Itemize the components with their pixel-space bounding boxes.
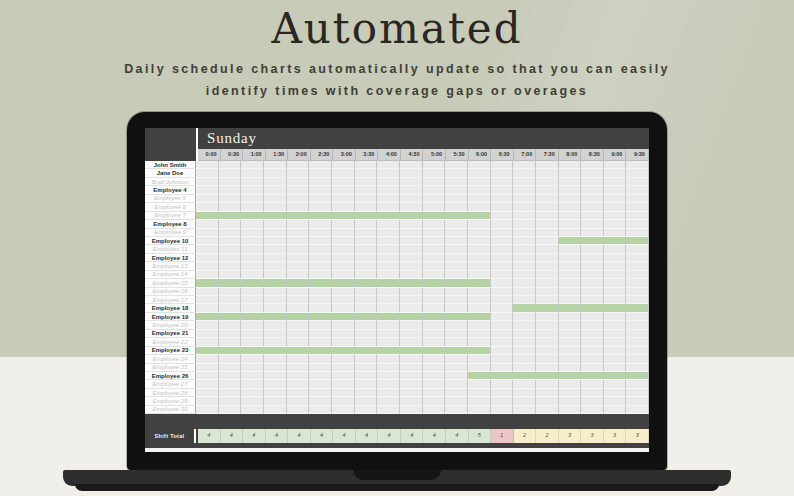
shift-total-cell[interactable]: 4 xyxy=(423,429,446,443)
grid-cell[interactable] xyxy=(332,203,355,211)
grid-cell[interactable] xyxy=(264,304,287,312)
shift-bar-cell[interactable] xyxy=(309,347,332,355)
grid-cell[interactable] xyxy=(445,288,468,296)
shift-bar-cell[interactable] xyxy=(355,347,378,355)
shift-bar-cell[interactable] xyxy=(196,313,219,321)
grid-cell[interactable] xyxy=(287,178,310,186)
grid-cell[interactable] xyxy=(287,262,310,270)
grid-cell[interactable] xyxy=(581,296,604,304)
employee-name-cell[interactable]: Employee 5 xyxy=(145,195,196,203)
shift-bar-cell[interactable] xyxy=(264,313,287,321)
grid-cell[interactable] xyxy=(241,338,264,346)
grid-cell[interactable] xyxy=(355,161,378,169)
grid-cell[interactable] xyxy=(219,161,242,169)
grid-cell[interactable] xyxy=(377,338,400,346)
grid-cell[interactable] xyxy=(355,330,378,338)
grid-cell[interactable] xyxy=(400,220,423,228)
grid-cell[interactable] xyxy=(604,161,627,169)
grid-cell[interactable] xyxy=(581,203,604,211)
shift-bar-cell[interactable] xyxy=(355,313,378,321)
time-slot-label[interactable]: 7:30 xyxy=(536,149,559,160)
shift-bar-cell[interactable] xyxy=(445,313,468,321)
employee-name-cell[interactable]: Employee 12 xyxy=(145,254,196,262)
grid-cell[interactable] xyxy=(604,364,627,372)
grid-cell[interactable] xyxy=(536,195,559,203)
grid-cell[interactable] xyxy=(445,304,468,312)
grid-cell[interactable] xyxy=(196,220,219,228)
grid-cell[interactable] xyxy=(332,338,355,346)
grid-cell[interactable] xyxy=(423,288,446,296)
shift-bar-cell[interactable] xyxy=(219,347,242,355)
time-slot-label[interactable]: 8:30 xyxy=(581,149,604,160)
grid-cell[interactable] xyxy=(423,296,446,304)
grid-cell[interactable] xyxy=(287,321,310,329)
grid-cell[interactable] xyxy=(626,406,649,414)
grid-cell[interactable] xyxy=(536,203,559,211)
grid-cell[interactable] xyxy=(287,296,310,304)
grid-cell[interactable] xyxy=(491,397,514,405)
grid-cell[interactable] xyxy=(196,237,219,245)
shift-bar-cell[interactable] xyxy=(423,279,446,287)
grid-cell[interactable] xyxy=(559,212,582,220)
employee-name-cell[interactable]: Employee 25 xyxy=(145,364,196,372)
grid-cell[interactable] xyxy=(559,262,582,270)
grid-cell[interactable] xyxy=(400,271,423,279)
grid-cell[interactable] xyxy=(626,271,649,279)
grid-cell[interactable] xyxy=(309,271,332,279)
grid-cell[interactable] xyxy=(604,389,627,397)
grid-cell[interactable] xyxy=(559,245,582,253)
grid-cell[interactable] xyxy=(377,321,400,329)
grid-cell[interactable] xyxy=(536,161,559,169)
grid-cell[interactable] xyxy=(604,313,627,321)
grid-cell[interactable] xyxy=(287,161,310,169)
grid-cell[interactable] xyxy=(355,220,378,228)
grid-cell[interactable] xyxy=(241,229,264,237)
grid-cell[interactable] xyxy=(219,330,242,338)
grid-cell[interactable] xyxy=(264,245,287,253)
grid-cell[interactable] xyxy=(377,288,400,296)
grid-cell[interactable] xyxy=(559,338,582,346)
shift-total-cell[interactable]: 4 xyxy=(288,429,311,443)
grid-cell[interactable] xyxy=(309,389,332,397)
grid-cell[interactable] xyxy=(604,380,627,388)
grid-cell[interactable] xyxy=(423,304,446,312)
time-slot-label[interactable]: 1:30 xyxy=(266,149,289,160)
shift-bar-cell[interactable] xyxy=(264,212,287,220)
grid-cell[interactable] xyxy=(400,372,423,380)
grid-cell[interactable] xyxy=(491,220,514,228)
grid-cell[interactable] xyxy=(332,288,355,296)
grid-cell[interactable] xyxy=(400,338,423,346)
grid-cell[interactable] xyxy=(468,254,491,262)
grid-cell[interactable] xyxy=(536,397,559,405)
grid-cell[interactable] xyxy=(626,355,649,363)
grid-cell[interactable] xyxy=(491,364,514,372)
employee-name-cell[interactable]: Employee 18 xyxy=(145,304,196,312)
grid-cell[interactable] xyxy=(309,380,332,388)
grid-cell[interactable] xyxy=(513,220,536,228)
grid-cell[interactable] xyxy=(400,304,423,312)
grid-cell[interactable] xyxy=(445,397,468,405)
grid-cell[interactable] xyxy=(355,288,378,296)
grid-cell[interactable] xyxy=(445,296,468,304)
grid-cell[interactable] xyxy=(468,338,491,346)
grid-cell[interactable] xyxy=(355,338,378,346)
grid-cell[interactable] xyxy=(559,279,582,287)
grid-cell[interactable] xyxy=(355,397,378,405)
grid-cell[interactable] xyxy=(219,186,242,194)
shift-bar-cell[interactable] xyxy=(604,304,627,312)
grid-cell[interactable] xyxy=(536,380,559,388)
grid-cell[interactable] xyxy=(445,372,468,380)
employee-name-cell[interactable]: Employee 30 xyxy=(145,406,196,414)
grid-cell[interactable] xyxy=(309,304,332,312)
time-slot-label[interactable]: 8:00 xyxy=(559,149,582,160)
grid-cell[interactable] xyxy=(309,296,332,304)
grid-cell[interactable] xyxy=(513,237,536,245)
grid-cell[interactable] xyxy=(491,389,514,397)
shift-bar-cell[interactable] xyxy=(468,313,491,321)
grid-cell[interactable] xyxy=(626,380,649,388)
grid-cell[interactable] xyxy=(513,203,536,211)
grid-cell[interactable] xyxy=(423,406,446,414)
time-slot-label[interactable]: 0:30 xyxy=(221,149,244,160)
shift-total-cell[interactable]: 3 xyxy=(581,429,604,443)
grid-cell[interactable] xyxy=(513,347,536,355)
